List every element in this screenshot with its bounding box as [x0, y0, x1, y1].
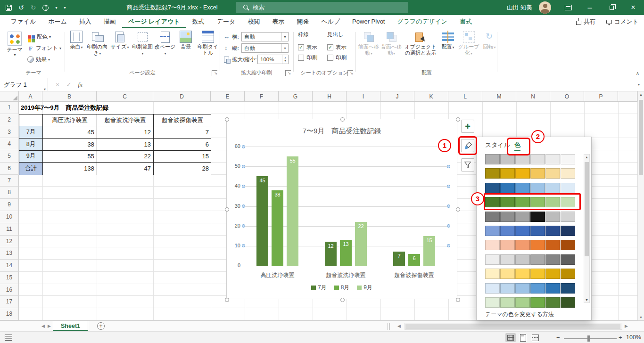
header-cell-高圧洗浄装置[interactable]: 高圧洗浄装置	[43, 114, 97, 127]
color-swatch[interactable]	[545, 226, 560, 236]
close-button[interactable]: ×	[622, 0, 644, 15]
bar-9月-高圧洗浄装置[interactable]	[287, 156, 298, 266]
row-label-7月[interactable]: 7月	[19, 126, 43, 139]
color-swatch[interactable]	[500, 269, 515, 279]
legend-item-8月[interactable]: 8月	[334, 284, 350, 292]
bar-8月-高圧洗浄装置[interactable]	[272, 190, 283, 266]
column-header-B[interactable]: B	[42, 91, 97, 102]
column-header-K[interactable]: K	[414, 91, 448, 102]
color-swatch[interactable]	[515, 197, 530, 207]
sheet-tab-sheet1[interactable]: Sheet1	[53, 321, 88, 331]
selection-handle[interactable]	[225, 207, 229, 212]
color-swatch[interactable]	[561, 212, 575, 222]
column-header-N[interactable]: N	[516, 91, 550, 102]
color-swatch[interactable]	[515, 168, 530, 179]
hscroll-right-icon[interactable]: ▶	[625, 324, 628, 328]
ribbon-tab-データ[interactable]: データ	[211, 15, 242, 28]
value-cell[interactable]: 38	[43, 139, 97, 151]
column-header-L[interactable]: L	[448, 91, 482, 102]
color-swatch[interactable]	[515, 240, 530, 250]
color-swatch[interactable]	[530, 240, 545, 250]
horizontal-split-handle[interactable]	[388, 323, 390, 330]
data-table[interactable]: 高圧洗浄装置超音波洗浄装置超音波探傷装置7月451278月381369月5522…	[19, 114, 211, 175]
サイズ-button[interactable]: サイズ▾	[108, 28, 131, 57]
value-cell[interactable]: 45	[43, 126, 97, 139]
show-checkbox[interactable]: ✓	[298, 44, 304, 50]
vertical-scrollbar-thumb[interactable]	[639, 100, 643, 175]
row-header-5[interactable]: 5	[0, 150, 19, 163]
余白-button[interactable]: 余白▾	[67, 28, 86, 57]
chart-styles-button[interactable]	[461, 139, 474, 152]
column-header-F[interactable]: F	[245, 91, 279, 102]
expand-formula-bar-icon[interactable]: ▾	[634, 82, 644, 87]
spin-down-icon[interactable]: ▾	[284, 59, 286, 63]
value-cell[interactable]: 22	[97, 151, 154, 163]
color-swatch[interactable]	[485, 168, 500, 179]
column-header-A[interactable]: A	[19, 91, 42, 102]
value-cell[interactable]: 13	[97, 139, 154, 151]
value-cell[interactable]: 47	[97, 163, 154, 175]
horizontal-scrollbar[interactable]	[405, 323, 622, 330]
color-swatch[interactable]	[530, 269, 545, 279]
page-setup-dialog-launcher-icon[interactable]: ↘	[212, 70, 217, 76]
color-swatch[interactable]	[530, 212, 545, 222]
ribbon-tab-描画[interactable]: 描画	[98, 15, 122, 28]
color-swatch[interactable]	[561, 269, 575, 279]
row-header-9[interactable]: 9	[0, 199, 19, 211]
scale-dialog-launcher-icon[interactable]: ↘	[285, 70, 291, 76]
scale-spinner[interactable]: 100% ▴▾	[257, 55, 289, 64]
scroll-down-icon[interactable]: ▼	[584, 298, 589, 302]
touch-mode-dropdown-icon[interactable]: ▾	[55, 6, 57, 10]
add-sheet-button[interactable]: +	[97, 322, 105, 330]
color-swatch[interactable]	[500, 240, 515, 250]
color-swatch[interactable]	[561, 297, 575, 308]
row-header-16[interactable]: 16	[0, 284, 19, 296]
背景-button[interactable]: 背景	[176, 28, 195, 57]
color-swatch[interactable]	[530, 183, 545, 193]
scroll-up-icon[interactable]: ▲	[638, 93, 644, 96]
color-swatch[interactable]	[500, 212, 515, 222]
zoom-out-icon[interactable]: −	[556, 334, 560, 341]
color-swatch[interactable]	[500, 254, 515, 265]
width-dropdown[interactable]: 自動 ▾	[241, 32, 289, 41]
color-swatch[interactable]	[545, 269, 560, 279]
color-swatch[interactable]	[515, 212, 530, 222]
column-header-J[interactable]: J	[380, 91, 414, 102]
color-swatch[interactable]	[500, 226, 515, 236]
customize-qat-icon[interactable]: ▾	[64, 6, 66, 10]
selection-handle[interactable]	[456, 207, 460, 212]
value-cell[interactable]: 15	[154, 151, 211, 163]
column-header-H[interactable]: H	[313, 91, 347, 102]
row-header-1[interactable]: 1	[0, 102, 19, 114]
印刷範囲-button[interactable]: 印刷範囲▾	[131, 28, 154, 57]
selection-handle[interactable]	[456, 298, 460, 302]
color-swatch[interactable]	[545, 212, 560, 222]
palette-row-10[interactable]	[485, 297, 576, 308]
ribbon-tab-ヘルプ[interactable]: ヘルプ	[315, 15, 346, 28]
cell-a1-title[interactable]: 2019年7〜9月 商品受注数記録	[21, 104, 108, 112]
row-header-3[interactable]: 3	[0, 126, 19, 139]
row-label-8月[interactable]: 8月	[19, 139, 43, 151]
color-swatch[interactable]	[545, 240, 560, 250]
palette-row-green-highlighted[interactable]	[485, 197, 576, 207]
ribbon-tab-ページ レイアウト[interactable]: ページ レイアウト	[122, 15, 186, 28]
ribbon-tab-ホーム[interactable]: ホーム	[42, 15, 73, 28]
row-label-9月[interactable]: 9月	[19, 151, 43, 163]
insert-function-icon[interactable]: fx	[74, 81, 86, 89]
cell-a2[interactable]	[19, 114, 43, 127]
scroll-up-icon[interactable]: ▲	[584, 155, 589, 159]
select-all-corner[interactable]	[0, 91, 19, 102]
sheet-nav-right-icon[interactable]: ▶	[48, 324, 51, 328]
color-swatch[interactable]	[545, 283, 560, 294]
color-swatch[interactable]	[530, 154, 545, 164]
column-header-C[interactable]: C	[97, 91, 153, 102]
color-swatch[interactable]	[485, 240, 500, 250]
color-swatch[interactable]	[500, 154, 515, 164]
row-header-4[interactable]: 4	[0, 138, 19, 150]
color-swatch[interactable]	[485, 154, 500, 164]
row-header-15[interactable]: 15	[0, 272, 19, 284]
theme-item-フォント[interactable]: フォント▾	[27, 42, 61, 54]
row-label-合計[interactable]: 合計	[19, 163, 43, 175]
column-header-D[interactable]: D	[153, 91, 211, 102]
palette-row-9[interactable]	[485, 283, 576, 294]
